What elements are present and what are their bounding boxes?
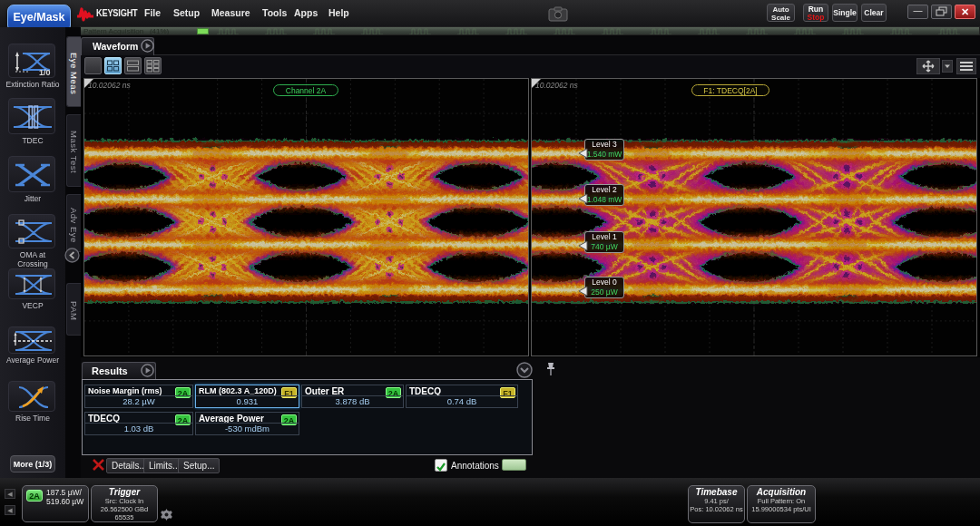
svg-text:1/0: 1/0	[39, 68, 51, 75]
